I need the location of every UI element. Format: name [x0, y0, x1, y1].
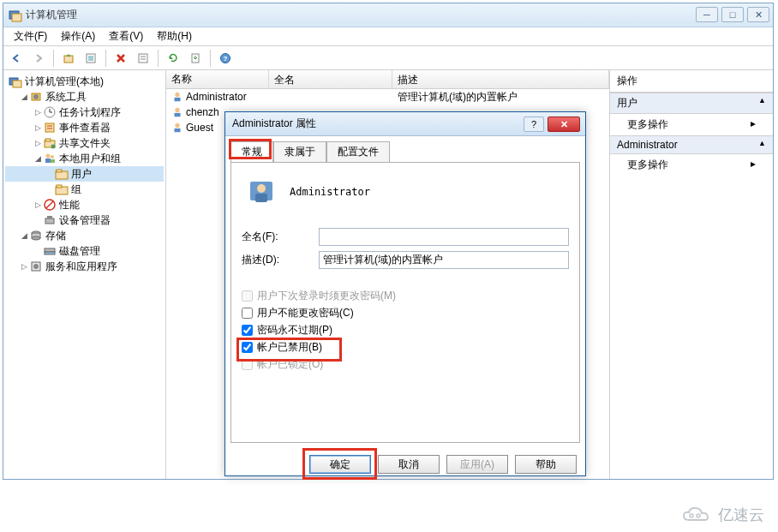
chk-cannot-change[interactable]: 用户不能更改密码(C) — [242, 306, 569, 320]
ok-button[interactable]: 确定 — [309, 455, 371, 474]
svg-point-16 — [33, 94, 39, 99]
actions-title: 操作 — [610, 70, 773, 93]
delete-button[interactable] — [111, 49, 130, 68]
list-button[interactable] — [134, 49, 153, 68]
dialog-help-button[interactable]: ? — [524, 117, 544, 132]
tab-memberof[interactable]: 隶属于 — [273, 141, 326, 162]
svg-point-45 — [175, 93, 179, 97]
fullname-input[interactable] — [319, 228, 569, 246]
svg-rect-53 — [255, 194, 267, 202]
forward-button[interactable] — [29, 49, 48, 68]
svg-rect-33 — [57, 185, 62, 188]
actions-more-users[interactable]: 更多操作▸ — [610, 114, 773, 135]
svg-point-52 — [257, 184, 266, 193]
back-button[interactable] — [7, 49, 26, 68]
up-button[interactable] — [59, 49, 78, 68]
fullname-label: 全名(F): — [242, 230, 319, 244]
list-row[interactable]: Administrator 管理计算机(域)的内置帐户 — [166, 89, 609, 105]
svg-rect-41 — [45, 248, 55, 252]
properties-dialog: Administrator 属性 ? ✕ 常规 隶属于 配置文件 Adminis… — [224, 111, 586, 476]
maximize-button[interactable]: □ — [721, 7, 744, 22]
highlight-ok-button: 确定 — [309, 455, 371, 474]
svg-line-35 — [46, 201, 53, 208]
apply-button[interactable]: 应用(A) — [446, 455, 508, 474]
svg-point-55 — [697, 514, 700, 517]
svg-point-47 — [175, 108, 179, 112]
watermark: 亿速云 — [679, 505, 764, 525]
tree-systools[interactable]: ◢系统工具 — [5, 89, 164, 105]
tree-groups[interactable]: 组 — [5, 182, 164, 197]
desc-input[interactable] — [319, 251, 569, 269]
hdr-desc[interactable]: 描述 — [392, 70, 609, 88]
menubar: 文件(F) 操作(A) 查看(V) 帮助(H) — [3, 27, 773, 46]
tree-devmgr[interactable]: 设备管理器 — [5, 212, 164, 228]
nav-tree[interactable]: 计算机管理(本地) ◢系统工具 ▷任务计划程序 ▷事件查看器 ▷共享文件夹 ◢本… — [3, 70, 166, 479]
minimize-button[interactable]: ─ — [696, 7, 718, 22]
dialog-close-button[interactable]: ✕ — [548, 117, 580, 132]
chk-account-disabled[interactable]: 帐户已禁用(B) — [242, 340, 569, 355]
tree-shared[interactable]: ▷共享文件夹 — [5, 135, 164, 151]
menu-view[interactable]: 查看(V) — [102, 27, 150, 45]
svg-rect-7 — [139, 54, 147, 63]
tree-eventviewer[interactable]: ▷事件查看器 — [5, 120, 164, 135]
tree-services[interactable]: ▷服务和应用程序 — [5, 259, 164, 274]
svg-rect-14 — [13, 81, 21, 87]
svg-rect-37 — [47, 216, 52, 218]
hdr-fullname[interactable]: 全名 — [269, 70, 392, 88]
svg-point-26 — [46, 154, 51, 158]
export-button[interactable] — [186, 49, 205, 68]
menu-help[interactable]: 帮助(H) — [150, 27, 199, 45]
svg-rect-42 — [45, 252, 55, 254]
close-button[interactable]: ✕ — [747, 7, 769, 22]
tree-users[interactable]: 用户 — [5, 166, 164, 182]
user-icon — [171, 106, 183, 118]
svg-rect-48 — [175, 113, 181, 117]
dialog-help-btn[interactable]: 帮助 — [515, 455, 577, 474]
svg-point-28 — [51, 155, 54, 158]
menu-action[interactable]: 操作(A) — [54, 27, 102, 45]
svg-point-54 — [690, 514, 693, 517]
tree-perf[interactable]: ▷性能 — [5, 197, 164, 212]
toolbar: ? — [3, 46, 773, 70]
chk-account-locked: 帐户已锁定(O) — [242, 357, 569, 372]
chk-never-expire[interactable]: 密码永不过期(P) — [242, 323, 569, 338]
svg-point-25 — [51, 145, 56, 149]
help-button[interactable]: ? — [216, 49, 235, 68]
menu-file[interactable]: 文件(F) — [7, 27, 54, 45]
chk-must-change: 用户下次登录时须更改密码(M) — [242, 289, 569, 303]
tree-storage[interactable]: ◢存储 — [5, 228, 164, 243]
refresh-button[interactable] — [164, 49, 183, 68]
tree-localusers[interactable]: ◢本地用户和组 — [5, 151, 164, 166]
user-icon — [171, 122, 183, 134]
svg-rect-1 — [12, 14, 21, 21]
svg-point-44 — [33, 264, 39, 269]
svg-rect-2 — [64, 56, 73, 63]
hdr-name[interactable]: 名称 — [166, 70, 269, 88]
cancel-button[interactable]: 取消 — [378, 455, 440, 474]
tree-root[interactable]: 计算机管理(本地) — [5, 74, 164, 89]
svg-point-49 — [175, 123, 179, 128]
dialog-username: Administrator — [290, 186, 370, 198]
properties-button[interactable] — [81, 49, 100, 68]
svg-rect-50 — [175, 129, 181, 132]
tab-profile[interactable]: 配置文件 — [326, 141, 390, 162]
tree-scheduler[interactable]: ▷任务计划程序 — [5, 105, 164, 120]
desc-label: 描述(D): — [242, 253, 319, 267]
svg-rect-31 — [57, 170, 62, 172]
tree-diskmgmt[interactable]: 磁盘管理 — [5, 243, 164, 259]
svg-rect-27 — [45, 158, 51, 163]
window-title: 计算机管理 — [26, 8, 77, 22]
tab-general[interactable]: 常规 — [230, 141, 273, 162]
list-header: 名称 全名 描述 — [166, 70, 609, 89]
tab-general-content: Administrator 全名(F): 描述(D): 用户下次登录时须更改密码… — [230, 162, 580, 443]
app-icon — [9, 9, 22, 22]
dialog-title: Administrator 属性 ? ✕ — [225, 112, 585, 136]
user-icon — [171, 91, 183, 103]
actions-section-users[interactable]: 用户▲ — [610, 93, 773, 114]
user-icon-large — [248, 176, 279, 207]
actions-section-admin[interactable]: Administrator▲ — [610, 135, 773, 154]
svg-rect-29 — [51, 159, 55, 163]
actions-more-admin[interactable]: 更多操作▸ — [610, 154, 773, 176]
svg-rect-20 — [45, 123, 54, 132]
titlebar: 计算机管理 ─ □ ✕ — [3, 3, 773, 27]
